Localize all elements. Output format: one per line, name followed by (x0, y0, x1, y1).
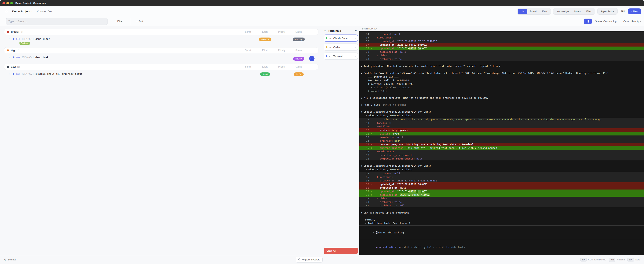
close-icon[interactable]: × (354, 46, 356, 48)
terminal-status-dot (326, 37, 328, 39)
diff-block: 34 parent: null35 timestamps:36 created_… (359, 32, 644, 61)
shortcut-key-command-palette[interactable]: ⌘K (580, 258, 587, 262)
terminal-item-codex[interactable]: <>Codex× (324, 44, 358, 51)
chevron-down-icon: ▾ (640, 21, 641, 22)
assistant-message: ●Read 1 file (ctrl+o to expand) (359, 103, 644, 107)
effort-badge[interactable]: Medium (259, 38, 271, 41)
tab-files[interactable]: Files (584, 9, 594, 14)
app-header: Demo Project ▾ Channel: Dev ▾ ListBoardF… (0, 6, 644, 17)
tab-agent-tasks[interactable]: Agent Tasks (598, 9, 617, 14)
shortcut-label: Refresh (617, 258, 625, 261)
terminals-title: Terminals (328, 29, 354, 32)
terminals-sidebar: « Terminals + <>Claude Code×<>Codex×>_Te… (322, 26, 359, 255)
fast-forward-icon: ▶▶ (376, 246, 377, 248)
assistant-message: ●Bash(echo "=== Iteration 1/3 ===" && ec… (359, 71, 644, 75)
tool-result-line: └Added 2 lines, removed 2 lines (359, 168, 644, 171)
status-badge[interactable]: To Do (294, 72, 304, 76)
close-icon[interactable]: × (354, 37, 356, 39)
zoom-window-button[interactable] (10, 2, 13, 4)
task-id: [DEM-002] (22, 73, 34, 75)
chevron-down-icon: ▾ (618, 21, 618, 22)
drag-handle-icon[interactable]: ⋮⋮ (6, 38, 10, 40)
shell-icon: >_ (329, 55, 332, 57)
tab-notes[interactable]: Notes (572, 9, 584, 14)
view-tabs: ListBoardFlow (517, 8, 551, 15)
chevron-down-icon: ▾ (53, 10, 54, 12)
terminal-item-label: Codex (333, 46, 354, 49)
task-kind-label: Task (16, 73, 20, 75)
task-id: [DEM-001] (22, 38, 34, 40)
gear-icon: ⚙ (4, 258, 6, 261)
status-badge[interactable]: Backlog (293, 38, 304, 41)
sort-button[interactable]: + Sort (136, 20, 143, 23)
group-name: Critical (11, 31, 19, 33)
status-badge[interactable]: Review (293, 57, 304, 61)
tab-flow[interactable]: Flow (539, 9, 550, 14)
task-title[interactable]: demo task (36, 56, 48, 59)
column-header-status: Status (296, 65, 302, 68)
column-header-status: Status (296, 31, 302, 33)
column-header-effort: Effort (262, 65, 268, 68)
app-grid-icon[interactable] (5, 10, 8, 13)
shortcut-key-new[interactable]: ⌘N (627, 258, 634, 262)
terminal-input-line[interactable]: >show me the backlog (359, 225, 644, 240)
search-box[interactable] (6, 18, 108, 25)
new-button[interactable]: + New (628, 9, 641, 14)
settings-button[interactable]: ⚙ Settings (4, 258, 16, 261)
tag-badge[interactable]: Backend (20, 42, 30, 45)
add-terminal-button[interactable]: + (354, 29, 358, 32)
group-header-high[interactable]: High(1)SprintEffortPriorityStatus (4, 47, 318, 53)
project-selector[interactable]: Demo Project (12, 10, 30, 13)
window-title: Demo Project - Concursus (15, 2, 46, 5)
task-kind-label: Task (16, 38, 20, 40)
task-row-DEM-002[interactable]: ⋮⋮Task[DEM-002]example small low priorit… (4, 71, 318, 77)
task-title[interactable]: example small low priority issue (36, 72, 82, 75)
terminal-screen[interactable]: 34 parent: null35 timestamps:36 created_… (359, 31, 644, 255)
collapse-sidebar-icon[interactable]: « (324, 29, 326, 32)
group-name: Low (11, 65, 16, 68)
close-icon[interactable]: × (354, 55, 356, 57)
lightbulb-icon (298, 258, 300, 261)
terminal-flow: 34 parent: null35 timestamps:36 created_… (359, 32, 644, 225)
agent-tabs: Agent Tasks (597, 8, 618, 15)
terminal-item-label: Terminal (333, 55, 354, 58)
priority-dot (7, 49, 9, 51)
column-header-effort: Effort (262, 49, 268, 52)
filter-button[interactable]: + Filter (115, 20, 123, 23)
assignee-avatar[interactable]: CC (309, 56, 314, 61)
group-header-low[interactable]: Low(1)SprintEffortPriorityStatus (4, 64, 318, 70)
shortcut-key-refresh[interactable]: ⌘R (609, 258, 615, 262)
terminal-session-label[interactable]: pickup DEM-004 (359, 26, 644, 31)
channel-selector[interactable]: Channel: Dev (37, 10, 52, 13)
prompt-icon: > (373, 231, 374, 234)
drag-handle-icon[interactable]: ⋮⋮ (6, 73, 10, 75)
task-type-dot (13, 56, 14, 58)
effort-badge[interactable]: Small (260, 72, 270, 76)
assistant-message: ●DEM-004 picked up and completed. (359, 211, 644, 215)
drag-handle-icon[interactable]: ⋮⋮ (6, 56, 10, 58)
tab-board[interactable]: Board (527, 9, 540, 14)
close-all-button[interactable]: Close All (324, 248, 358, 254)
close-window-button[interactable] (2, 2, 5, 4)
pause-button[interactable] (584, 19, 592, 24)
column-header-sprint: Sprint (245, 65, 251, 68)
tool-result-line: Timestamp: 2026-02-09T20:40:59Z (359, 82, 644, 86)
terminal-item-label: Claude Code (333, 37, 354, 40)
group-name: High (11, 49, 16, 52)
terminal-item-terminal[interactable]: >_Terminal× (324, 53, 358, 60)
task-row-DEM-001[interactable]: ⋮⋮Task[DEM-001]demo issueBackendMediumBa… (4, 36, 318, 46)
tab-list[interactable]: List (518, 9, 527, 14)
task-title[interactable]: demo issue (36, 38, 50, 40)
tab-knowledge[interactable]: Knowledge (554, 9, 572, 14)
tool-result-line: Test Data: Hello from DEM-004 (359, 79, 644, 82)
request-feature-button[interactable]: Request a Feature (296, 257, 322, 262)
search-input[interactable] (8, 20, 105, 23)
group-by-dropdown[interactable]: Group: Priority (624, 20, 639, 23)
status-filter-dropdown[interactable]: Status: Outstanding (595, 20, 616, 23)
task-row-DEM-004[interactable]: ⋮⋮Task[DEM-004]demo taskReviewCC (4, 54, 318, 63)
priority-dot (7, 31, 9, 33)
minimize-window-button[interactable] (6, 2, 9, 4)
terminal-item-claude-code[interactable]: <>Claude Code× (324, 35, 358, 42)
footer-bar: ⚙ Settings Request a Feature ⌘KCommand P… (0, 255, 644, 264)
group-header-critical[interactable]: Critical(1)SprintEffortPriorityStatus (4, 29, 318, 35)
